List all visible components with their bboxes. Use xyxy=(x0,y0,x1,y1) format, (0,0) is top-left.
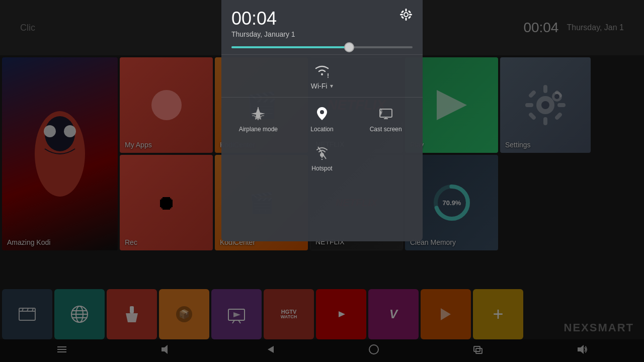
toggle-airplane-mode[interactable]: Airplane mode xyxy=(238,106,278,133)
qs-wifi-row: ! Wi-Fi ▾ xyxy=(221,55,423,97)
svg-text:!: ! xyxy=(327,72,329,78)
svg-rect-54 xyxy=(401,10,404,13)
qs-header: 00:04 Thursday, January 1 xyxy=(221,0,423,42)
svg-point-58 xyxy=(321,73,323,75)
svg-point-49 xyxy=(405,13,408,16)
svg-rect-52 xyxy=(400,14,403,16)
toggle-location[interactable]: Location xyxy=(302,106,342,133)
qs-toggles-row: Airplane mode Location Cast screen xyxy=(221,98,423,141)
svg-rect-53 xyxy=(409,14,412,16)
brightness-fill xyxy=(231,46,349,48)
quick-settings-panel: 00:04 Thursday, January 1 xyxy=(221,0,423,241)
svg-rect-50 xyxy=(406,9,407,12)
brightness-track[interactable] xyxy=(231,46,413,48)
qs-brightness-control[interactable] xyxy=(221,42,423,54)
svg-rect-51 xyxy=(406,18,407,21)
qs-second-toggles-row: Hotspot xyxy=(221,141,423,180)
toggle-cast-screen-label: Cast screen xyxy=(370,126,402,133)
svg-rect-56 xyxy=(401,16,404,19)
toggle-hotspot[interactable]: Hotspot xyxy=(302,145,342,172)
toggle-hotspot-label: Hotspot xyxy=(311,165,332,172)
toggle-location-label: Location xyxy=(310,126,333,133)
qs-gear-button[interactable] xyxy=(399,8,413,24)
wifi-dropdown-arrow[interactable]: ▾ xyxy=(330,82,333,89)
wifi-label: Wi-Fi xyxy=(311,82,328,90)
brightness-thumb[interactable] xyxy=(344,42,354,52)
toggle-cast-screen[interactable]: Cast screen xyxy=(366,106,406,133)
svg-point-61 xyxy=(320,110,324,114)
wifi-label-row[interactable]: Wi-Fi ▾ xyxy=(311,82,334,90)
qs-time-date: 00:04 Thursday, January 1 xyxy=(231,8,295,38)
toggle-airplane-label: Airplane mode xyxy=(239,126,278,133)
svg-rect-57 xyxy=(408,16,411,19)
qs-time: 00:04 xyxy=(231,8,295,29)
wifi-icon-container: ! xyxy=(313,62,331,78)
qs-date: Thursday, January 1 xyxy=(231,30,295,38)
svg-rect-55 xyxy=(408,10,411,13)
